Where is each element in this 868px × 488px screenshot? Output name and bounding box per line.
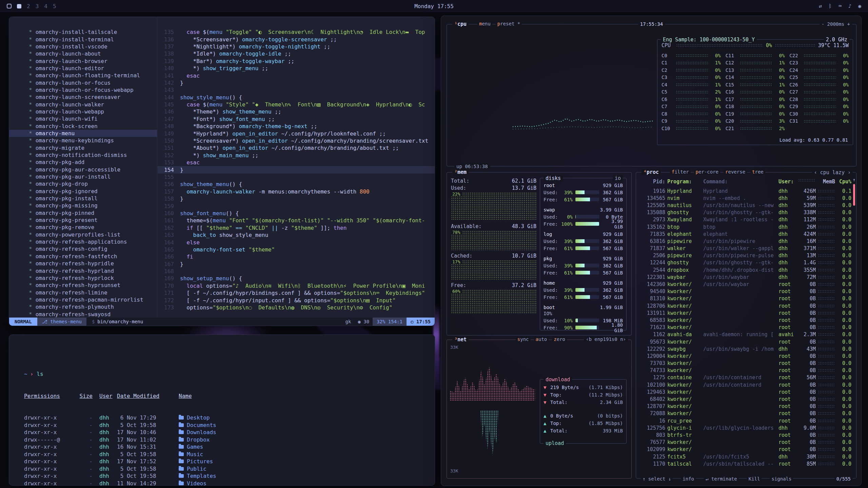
net-button-auto[interactable]: auto xyxy=(534,337,549,342)
process-row[interactable]: 1275containe/usr/bin/containerdroot56M0.… xyxy=(640,374,851,381)
terminal-window[interactable]: ~›ls PermissionsSizeUserDate ModifiedNam… xyxy=(9,334,435,486)
process-row[interactable]: 131911kworker/root0B0.0 xyxy=(640,309,851,317)
file-item[interactable]: *omarchy-migrate xyxy=(9,144,157,151)
proc-hint--select-[interactable]: ↑ select ↓ xyxy=(641,476,673,482)
file-item[interactable]: *omarchy-refresh-hyprlock xyxy=(9,274,157,282)
file-item[interactable]: *omarchy-pkg-remove xyxy=(9,224,157,231)
process-row[interactable]: 74733kworker/root0B0.0 xyxy=(640,367,851,374)
process-row[interactable]: 2125fcitx5/usr/bin/fcitx5dhh30M0.0 xyxy=(640,453,851,460)
process-row[interactable]: 12244ghostty/usr/bin/ghostty --gtk-dhh1.… xyxy=(640,259,851,266)
file-item[interactable]: *omarchy-launch-wifi xyxy=(9,115,157,122)
file-item[interactable]: *omarchy-pkg-aur-accessible xyxy=(9,166,157,173)
file-item[interactable]: *omarchy-menu-keybindings xyxy=(9,137,157,144)
code-line[interactable]: 173 options="$options\n◌ Defaults\n◍ DNS… xyxy=(158,304,435,311)
file-item[interactable]: *omarchy-refresh-swayosd xyxy=(9,310,157,318)
process-row[interactable]: 129004kworker/root0B0.0 xyxy=(640,352,851,360)
file-item[interactable]: *omarchy-powerprofiles-list xyxy=(9,231,157,238)
code-line[interactable]: 143 xyxy=(158,86,435,94)
code-line[interactable]: 167} xyxy=(158,261,435,268)
code-line[interactable]: 154} xyxy=(158,166,435,173)
proc-hint-Kill[interactable]: Kill xyxy=(747,476,762,482)
process-row[interactable]: 81310kworker/root0B0.0 xyxy=(640,295,851,302)
process-row[interactable]: 122292swaybg/usr/bin/swaybg -i /homdhh43… xyxy=(640,345,851,352)
cpu-button-preset[interactable]: preset * xyxy=(496,21,522,26)
file-item[interactable]: *omarchy-launch-walker xyxy=(9,101,157,108)
proc-button-reverse[interactable]: reverse xyxy=(724,169,747,175)
code-line[interactable]: 159 xyxy=(158,202,435,209)
process-row[interactable]: 128707kworker/root0B0.0 xyxy=(640,403,851,410)
code-line[interactable]: 166 fi xyxy=(158,253,435,260)
code-line[interactable]: 145 case $(menu "Style" "◆ Theme\n✎ Font… xyxy=(158,101,435,108)
file-item[interactable]: *omarchy-pkg-drop xyxy=(9,180,157,187)
code-line[interactable]: 158} xyxy=(158,195,435,202)
cpu-button-menu[interactable]: menu xyxy=(477,21,492,26)
process-row[interactable]: 102100kworker//usr/bin/containerdroot0B0… xyxy=(640,381,851,388)
code-line[interactable]: 156show_theme_menu() { xyxy=(158,181,435,188)
file-item[interactable]: *omarchy-install-tailscale xyxy=(9,28,157,36)
process-row[interactable]: 125505nautilus/usr/bin/nautilus --newdhh… xyxy=(640,202,851,209)
process-row[interactable]: 142360kworker//usr/bin/waybarroot0B0.0 xyxy=(640,281,851,288)
process-row[interactable]: 76577kworker/root0B0.0 xyxy=(640,439,851,446)
process-row[interactable]: 135162btopbtopdhh26M0.0 xyxy=(640,223,851,230)
code-line[interactable]: 152 *) show_main_menu ;; xyxy=(158,152,435,159)
code-line[interactable]: 150 *Screensaver*) open_in_editor ~/.con… xyxy=(158,137,435,144)
file-item[interactable]: *omarchy-pkg-pinned xyxy=(9,209,157,217)
file-item[interactable]: *omarchy-pkg-aur-install xyxy=(9,173,157,180)
code-line[interactable]: 168 xyxy=(158,268,435,275)
proc-header-Cpu[interactable]: Cpu% xyxy=(837,179,851,185)
proc-button-filter[interactable]: filter xyxy=(670,169,691,175)
file-item[interactable]: *omarchy-menu xyxy=(9,130,157,137)
code-line[interactable]: 164 else xyxy=(158,239,435,246)
code-line[interactable]: 155 xyxy=(158,174,435,181)
file-item[interactable]: *omarchy-refresh-hyprsunset xyxy=(9,282,157,289)
code-line[interactable]: 146 *Theme*) show_theme_menu ;; xyxy=(158,108,435,115)
code-line[interactable]: 161 theme=$(menu "Font" "$(omarchy-font-… xyxy=(158,217,435,224)
code-line[interactable]: 160show_font_menu() { xyxy=(158,210,435,217)
code-line[interactable]: 171 [ -f ~/.config/hypr/bindings.conf ] … xyxy=(158,289,435,297)
code-line[interactable]: 149 *Hyprland*) open_in_editor ~/.config… xyxy=(158,130,435,137)
code-line[interactable]: 144show_style_menu() { xyxy=(158,94,435,101)
proc-header-User[interactable]: User: xyxy=(778,179,796,185)
process-row[interactable]: 2973XwaylandXwayland :1 -rootless -dhh11… xyxy=(640,216,851,223)
code-line[interactable]: 172 [ -f ~/.config/hypr/input.conf ] && … xyxy=(158,297,435,304)
proc-header-Pid[interactable]: Pid: xyxy=(640,179,665,185)
proc-button-per-core[interactable]: per-core xyxy=(694,169,720,175)
file-item[interactable]: *omarchy-refresh-plymouth xyxy=(9,303,157,310)
process-row[interactable]: 2506pipewire/usr/bin/pipewire-pulsedhh13… xyxy=(640,252,851,259)
file-item[interactable]: *omarchy-pkg-present xyxy=(9,217,157,224)
code-line[interactable]: 153 esac xyxy=(158,159,435,166)
proc-header-MemB[interactable]: MemB xyxy=(817,179,835,185)
code-line[interactable]: 138 *Idle*) omarchy-toggle-idle ;; xyxy=(158,50,435,57)
code-line[interactable]: 136 *Screensaver*) omarchy-toggle-screen… xyxy=(158,36,435,43)
process-row[interactable]: 16rcu_preeroot0B0.0 xyxy=(640,417,851,424)
file-item[interactable]: *omarchy-lock-screen xyxy=(9,122,157,129)
network-interface[interactable]: ‹b enp191s0 n› xyxy=(584,337,628,342)
io-title[interactable]: io xyxy=(613,175,623,181)
file-item[interactable]: *omarchy-install-terminal xyxy=(9,36,157,43)
process-scrollbar-thumb[interactable] xyxy=(853,184,855,206)
process-row[interactable]: 73703kworker/root0B0.0 xyxy=(640,360,851,367)
file-explorer-pane[interactable]: *omarchy-install-tailscale*omarchy-insta… xyxy=(9,17,157,318)
process-row[interactable]: 134565nvimnvim --embed .dhh59M0.0 xyxy=(640,195,851,202)
process-row[interactable]: 135088ghostty/usr/bin/ghostty --gtk-dhh3… xyxy=(640,209,851,216)
code-line[interactable]: 137 *Nightlight*) omarchy-toggle-nightli… xyxy=(158,43,435,50)
file-item[interactable]: *omarchy-pkg-install xyxy=(9,195,157,202)
code-line[interactable]: 170 local options="♪ Audio\n≋ Wifi\nᛒ Bl… xyxy=(158,282,435,289)
process-row[interactable]: 71835elephantelephantdhh424M0.0 xyxy=(640,230,851,238)
file-item[interactable]: *omarchy-launch-webapp xyxy=(9,108,157,115)
process-row[interactable]: 94540kworker/root0B0.0 xyxy=(640,288,851,295)
code-line[interactable]: 140 *) show_trigger_menu ;; xyxy=(158,65,435,72)
code-line[interactable]: 139 *Bar*) omarchy-toggle-waybar ;; xyxy=(158,58,435,65)
code-line[interactable]: 163 back_to show_style_menu xyxy=(158,231,435,239)
process-row[interactable]: 129463kworker/root0B0.0 xyxy=(640,388,851,395)
code-line[interactable]: 162 if [[ "$theme" == "CNCLD" || -z "$th… xyxy=(158,224,435,231)
code-line[interactable]: 142} xyxy=(158,79,435,86)
code-line[interactable]: 141 esac xyxy=(158,72,435,79)
file-item[interactable]: *omarchy-refresh-pacman-mirrorlist xyxy=(9,296,157,303)
process-row[interactable]: 71623kworker/root0B0.0 xyxy=(640,324,851,331)
process-row[interactable]: 128706kworker/root0B0.0 xyxy=(640,302,851,309)
file-item[interactable]: *omarchy-install-vscode xyxy=(9,43,157,50)
file-item[interactable]: *omarchy-launch-screensaver xyxy=(9,94,157,101)
file-item[interactable]: *omarchy-refresh-applications xyxy=(9,238,157,245)
code-line[interactable]: 165 omarchy-font-set "$theme" xyxy=(158,246,435,253)
